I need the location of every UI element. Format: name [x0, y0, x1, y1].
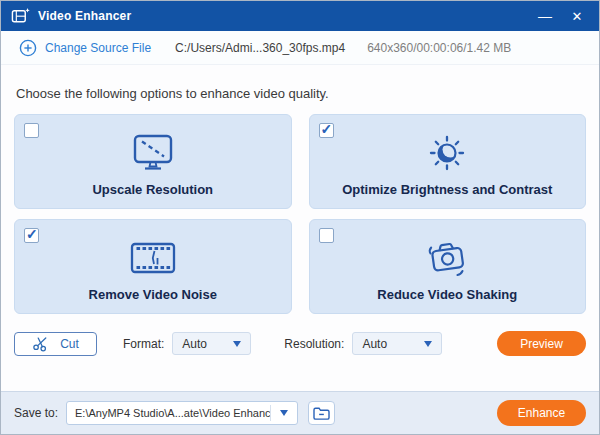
save-to-label: Save to: — [14, 406, 58, 420]
optimize-brightness-checkbox[interactable] — [319, 123, 334, 138]
folder-icon — [312, 406, 331, 421]
option-label: Remove Video Noise — [89, 287, 217, 302]
film-noise-icon — [130, 231, 176, 285]
resolution-dropdown[interactable]: Auto — [352, 332, 442, 355]
video-enhancer-window: Video Enhancer — ✕ Change Source File C:… — [0, 0, 600, 435]
cut-button-label: Cut — [60, 337, 79, 351]
plus-circle-icon — [19, 39, 37, 57]
titlebar: Video Enhancer — ✕ — [1, 1, 599, 31]
save-path-input[interactable]: E:\AnyMP4 Studio\A...ate\Video Enhancer — [66, 401, 298, 425]
option-label: Optimize Brightness and Contrast — [342, 182, 552, 197]
chevron-down-icon — [280, 410, 288, 416]
instruction-text: Choose the following options to enhance … — [16, 86, 599, 101]
source-file-path: C:/Users/Admi...360_30fps.mp4 — [175, 41, 345, 55]
chevron-down-icon — [233, 341, 241, 347]
option-card-remove-noise[interactable]: Remove Video Noise — [14, 219, 292, 314]
preview-button[interactable]: Preview — [497, 331, 586, 356]
main-area: Choose the following options to enhance … — [1, 65, 599, 434]
source-file-bar: Change Source File C:/Users/Admi...360_3… — [1, 31, 599, 65]
option-card-reduce-shaking[interactable]: Reduce Video Shaking — [309, 219, 587, 314]
save-path-dropdown-arrow[interactable] — [271, 410, 297, 416]
upscale-resolution-checkbox[interactable] — [24, 123, 39, 138]
minimize-button[interactable]: — — [534, 5, 556, 27]
format-dropdown[interactable]: Auto — [172, 332, 251, 355]
option-label: Upscale Resolution — [92, 182, 213, 197]
format-label: Format: — [123, 337, 164, 351]
option-card-upscale-resolution[interactable]: Upscale Resolution — [14, 114, 292, 209]
chevron-down-icon — [424, 341, 432, 347]
format-value: Auto — [182, 337, 207, 351]
cut-button[interactable]: Cut — [14, 332, 97, 356]
option-card-optimize-brightness[interactable]: Optimize Brightness and Contrast — [309, 114, 587, 209]
remove-noise-checkbox[interactable] — [24, 228, 39, 243]
window-title: Video Enhancer — [38, 9, 131, 23]
browse-folder-button[interactable] — [308, 401, 335, 425]
monitor-upscale-icon — [130, 126, 176, 180]
enhance-button[interactable]: Enhance — [497, 400, 586, 426]
change-source-file-label: Change Source File — [45, 41, 151, 55]
resolution-label: Resolution: — [284, 337, 344, 351]
footer-bar: Save to: E:\AnyMP4 Studio\A...ate\Video … — [1, 391, 599, 434]
toolbar: Cut Format: Auto Resolution: Auto Previe… — [14, 331, 586, 356]
change-source-file-button[interactable]: Change Source File — [19, 39, 151, 57]
option-label: Reduce Video Shaking — [377, 287, 517, 302]
app-film-icon — [11, 7, 30, 25]
save-path-value: E:\AnyMP4 Studio\A...ate\Video Enhancer — [67, 407, 270, 419]
brightness-contrast-icon — [425, 126, 469, 180]
reduce-shaking-checkbox[interactable] — [319, 228, 334, 243]
camera-shake-icon — [425, 231, 469, 285]
close-button[interactable]: ✕ — [566, 5, 588, 27]
scissors-icon — [32, 335, 49, 353]
resolution-value: Auto — [362, 337, 387, 351]
option-cards: Upscale Resolution — [14, 114, 586, 314]
source-file-info: 640x360/00:00:06/1.42 MB — [367, 41, 511, 55]
